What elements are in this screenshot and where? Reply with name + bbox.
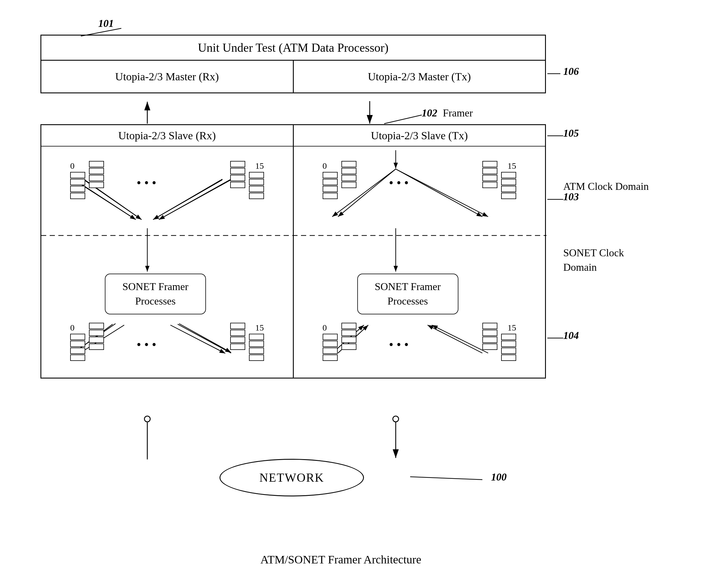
ref-101: 101	[98, 17, 114, 29]
queue-stack-sonet-right-0: 0	[323, 323, 338, 361]
queue-stack-tx-left-0: 0	[323, 161, 338, 200]
queue-stack-rx-right-1	[230, 161, 245, 189]
ref-104: 104	[563, 330, 579, 341]
diagram-caption: ATM/SONET Framer Architecture	[211, 553, 471, 566]
framer-box: Utopia-2/3 Slave (Rx) 0	[40, 124, 546, 379]
queue-stack-sonet-right-r1	[482, 323, 497, 351]
queue-stack-rx-left-1	[89, 161, 104, 189]
queue-stack-sonet-left-r1	[230, 323, 245, 351]
sonet-framer-box-left: SONET Framer Processes	[105, 274, 206, 314]
utopia-master-tx: Utopia-2/3 Master (Tx)	[294, 61, 545, 92]
network-ellipse: NETWORK	[219, 459, 364, 497]
svg-line-36	[384, 115, 422, 124]
ref-103: 103	[563, 191, 579, 203]
queue-stack-sonet-left-r15: 15	[249, 323, 264, 361]
sonet-framer-box-right: SONET FramerProcesses	[357, 274, 458, 314]
sonet-clock-domain-label: SONET Clock Domain	[563, 246, 659, 275]
queue-stack-sonet-right-r15: 15	[501, 323, 516, 361]
svg-point-30	[145, 416, 150, 422]
dots-sonet-right: • • •	[389, 337, 409, 352]
queue-stack-tx-left-1	[341, 161, 357, 189]
queue-stack-rx-right-15: 15	[249, 161, 264, 200]
queue-stack-sonet-left-0: 0	[70, 323, 85, 361]
queue-stack-tx-right-1	[482, 161, 497, 189]
queue-stack-sonet-left-1	[89, 323, 104, 351]
framer-left: Utopia-2/3 Slave (Rx) 0	[41, 125, 294, 378]
framer-label-group: 102 Framer	[422, 107, 473, 119]
ref-102: 102	[422, 107, 437, 119]
queue-stack-rx-left-0: 0	[70, 161, 85, 200]
svg-line-40	[410, 477, 482, 480]
queue-stack-tx-right-15: 15	[501, 161, 516, 200]
uut-box: Unit Under Test (ATM Data Processor) Uto…	[40, 35, 546, 93]
ref-100: 100	[491, 471, 506, 483]
framer-right: Utopia-2/3 Slave (Tx) 0	[294, 125, 545, 378]
ref-105: 105	[563, 127, 579, 139]
dots-rx-top: • • •	[137, 175, 156, 190]
uut-title: Unit Under Test (ATM Data Processor)	[41, 36, 545, 61]
framer-label: Framer	[443, 107, 473, 119]
utopia-master-rx: Utopia-2/3 Master (Rx)	[41, 61, 294, 92]
dots-tx-top: • • •	[389, 175, 409, 190]
ref-106: 106	[563, 65, 579, 78]
utopia-slave-tx: Utopia-2/3 Slave (Tx)	[294, 125, 545, 147]
svg-point-32	[393, 416, 398, 422]
dots-sonet-left: • • •	[137, 337, 156, 352]
queue-stack-sonet-right-1	[341, 323, 357, 351]
utopia-slave-rx: Utopia-2/3 Slave (Rx)	[41, 125, 293, 147]
